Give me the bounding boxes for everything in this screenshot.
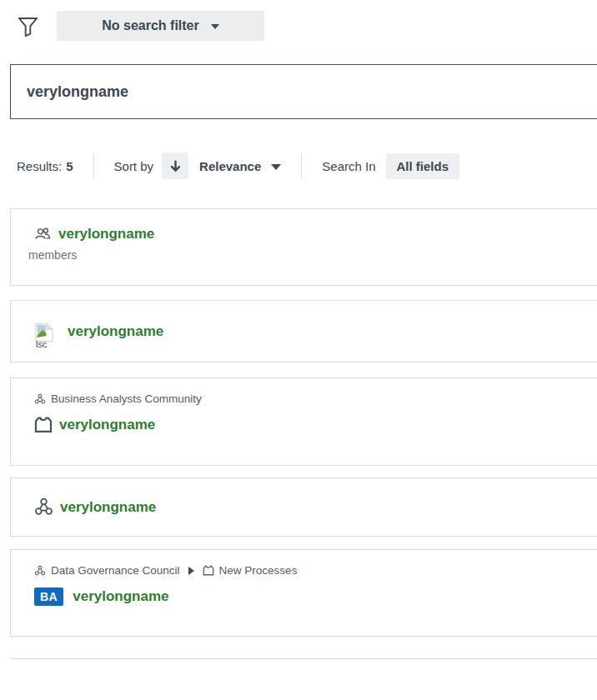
next-card-divider [10, 658, 597, 659]
search-input[interactable] [10, 64, 597, 119]
domain-icon [203, 565, 214, 576]
funnel-icon [17, 15, 39, 38]
community-icon [34, 498, 53, 517]
results-label: Results: [17, 159, 62, 173]
breadcrumb: Business Analysts Community [34, 392, 597, 405]
asset-type-badge: BA [34, 588, 63, 606]
result-card-image-asset[interactable]: lsc verylongname [10, 300, 597, 362]
search-page: No search filter Results: 5 Sort by Rele… [0, 0, 597, 700]
results-toolbar: Results: 5 Sort by Relevance Search In A… [17, 152, 459, 180]
broken-image-icon: lsc [34, 322, 57, 348]
result-title-row: verylongname [34, 226, 597, 242]
sort-field-dropdown[interactable]: Relevance [199, 159, 281, 173]
search-results-list: verylongname members lsc verylongname [10, 208, 597, 637]
community-icon [34, 393, 46, 405]
breadcrumb-domain-link[interactable]: New Processes [219, 564, 298, 577]
chevron-down-icon [271, 164, 281, 170]
result-description: members [28, 248, 597, 262]
results-count: 5 [66, 159, 73, 173]
community-icon [34, 565, 46, 577]
breadcrumb-separator-icon [188, 567, 194, 575]
result-card-community[interactable]: verylongname [10, 478, 597, 537]
search-in-value: All fields [397, 159, 449, 173]
chevron-down-icon [211, 24, 219, 29]
domain-icon [34, 416, 53, 433]
search-in-field-selector[interactable]: All fields [386, 153, 460, 179]
search-in-label: Search In [322, 159, 375, 173]
toolbar-divider [93, 153, 94, 178]
result-title-row: BA verylongname [34, 588, 597, 606]
result-title-link[interactable]: verylongname [68, 323, 163, 340]
result-title-row: verylongname [34, 416, 597, 433]
breadcrumb: Data Governance Council New Processes [34, 564, 597, 577]
search-filter-dropdown[interactable]: No search filter [57, 11, 264, 41]
arrow-down-icon [168, 159, 183, 173]
result-title-link[interactable]: verylongname [59, 417, 155, 433]
sort-by-label: Sort by [114, 159, 154, 173]
image-alt-text: lsc [36, 339, 47, 348]
breadcrumb-community-link[interactable]: Business Analysts Community [51, 392, 202, 405]
toolbar-divider [301, 153, 302, 178]
result-card-domain[interactable]: Business Analysts Community verylongname [10, 378, 597, 466]
result-card-asset[interactable]: Data Governance Council New Processes BA… [10, 549, 597, 637]
filter-bar: No search filter [15, 11, 264, 41]
group-icon [34, 227, 52, 242]
sort-field-value: Relevance [199, 159, 261, 173]
sort-direction-button[interactable] [162, 152, 188, 179]
result-title-link[interactable]: verylongname [73, 588, 168, 605]
search-filter-label: No search filter [102, 18, 198, 33]
breadcrumb-community-link[interactable]: Data Governance Council [51, 564, 180, 577]
result-card-group[interactable]: verylongname members [10, 208, 597, 286]
result-title-link[interactable]: verylongname [60, 499, 156, 516]
filter-funnel-icon[interactable] [15, 12, 40, 40]
result-title-link[interactable]: verylongname [58, 226, 154, 242]
